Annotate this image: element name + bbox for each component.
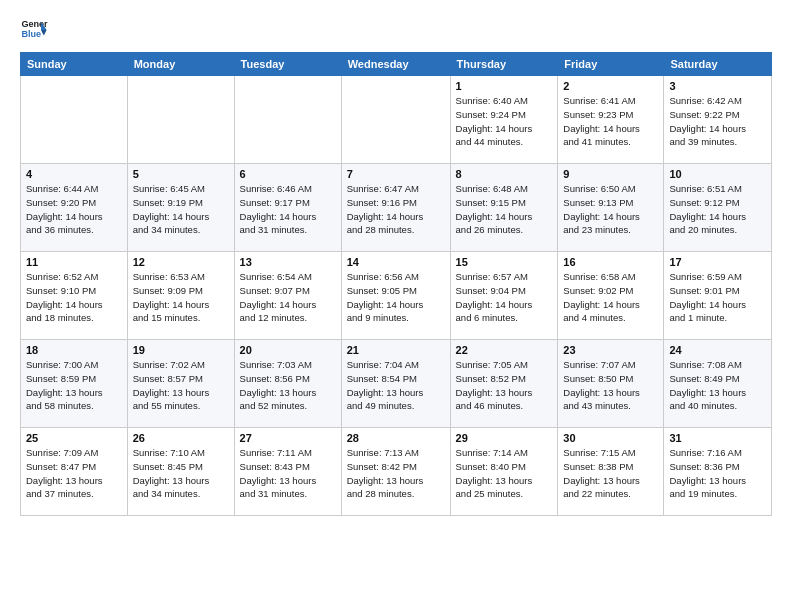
calendar-header-wednesday: Wednesday (341, 53, 450, 76)
calendar-day: 4Sunrise: 6:44 AM Sunset: 9:20 PM Daylig… (21, 164, 128, 252)
calendar-week-3: 11Sunrise: 6:52 AM Sunset: 9:10 PM Dayli… (21, 252, 772, 340)
day-info: Sunrise: 7:09 AM Sunset: 8:47 PM Dayligh… (26, 446, 122, 501)
calendar-day: 2Sunrise: 6:41 AM Sunset: 9:23 PM Daylig… (558, 76, 664, 164)
calendar-day (21, 76, 128, 164)
day-info: Sunrise: 6:41 AM Sunset: 9:23 PM Dayligh… (563, 94, 658, 149)
day-number: 14 (347, 256, 445, 268)
day-info: Sunrise: 6:50 AM Sunset: 9:13 PM Dayligh… (563, 182, 658, 237)
day-number: 11 (26, 256, 122, 268)
calendar-day: 10Sunrise: 6:51 AM Sunset: 9:12 PM Dayli… (664, 164, 772, 252)
calendar-header-thursday: Thursday (450, 53, 558, 76)
day-info: Sunrise: 6:59 AM Sunset: 9:01 PM Dayligh… (669, 270, 766, 325)
svg-text:Blue: Blue (21, 29, 41, 39)
calendar-day: 17Sunrise: 6:59 AM Sunset: 9:01 PM Dayli… (664, 252, 772, 340)
day-info: Sunrise: 7:16 AM Sunset: 8:36 PM Dayligh… (669, 446, 766, 501)
day-number: 30 (563, 432, 658, 444)
day-number: 28 (347, 432, 445, 444)
page: General Blue SundayMondayTuesdayWednesda… (0, 0, 792, 612)
calendar-day: 21Sunrise: 7:04 AM Sunset: 8:54 PM Dayli… (341, 340, 450, 428)
logo: General Blue (20, 16, 54, 44)
day-info: Sunrise: 6:54 AM Sunset: 9:07 PM Dayligh… (240, 270, 336, 325)
calendar-day: 31Sunrise: 7:16 AM Sunset: 8:36 PM Dayli… (664, 428, 772, 516)
calendar-day: 19Sunrise: 7:02 AM Sunset: 8:57 PM Dayli… (127, 340, 234, 428)
day-info: Sunrise: 6:46 AM Sunset: 9:17 PM Dayligh… (240, 182, 336, 237)
calendar-day: 18Sunrise: 7:00 AM Sunset: 8:59 PM Dayli… (21, 340, 128, 428)
day-number: 8 (456, 168, 553, 180)
day-number: 5 (133, 168, 229, 180)
day-info: Sunrise: 7:07 AM Sunset: 8:50 PM Dayligh… (563, 358, 658, 413)
header: General Blue (20, 16, 772, 44)
day-info: Sunrise: 6:57 AM Sunset: 9:04 PM Dayligh… (456, 270, 553, 325)
calendar-header-sunday: Sunday (21, 53, 128, 76)
day-info: Sunrise: 6:53 AM Sunset: 9:09 PM Dayligh… (133, 270, 229, 325)
day-info: Sunrise: 7:00 AM Sunset: 8:59 PM Dayligh… (26, 358, 122, 413)
calendar-day: 13Sunrise: 6:54 AM Sunset: 9:07 PM Dayli… (234, 252, 341, 340)
day-info: Sunrise: 7:13 AM Sunset: 8:42 PM Dayligh… (347, 446, 445, 501)
day-number: 23 (563, 344, 658, 356)
calendar-day: 7Sunrise: 6:47 AM Sunset: 9:16 PM Daylig… (341, 164, 450, 252)
day-info: Sunrise: 7:03 AM Sunset: 8:56 PM Dayligh… (240, 358, 336, 413)
calendar-day: 3Sunrise: 6:42 AM Sunset: 9:22 PM Daylig… (664, 76, 772, 164)
calendar-header-row: SundayMondayTuesdayWednesdayThursdayFrid… (21, 53, 772, 76)
calendar-header-monday: Monday (127, 53, 234, 76)
day-number: 16 (563, 256, 658, 268)
day-number: 24 (669, 344, 766, 356)
day-info: Sunrise: 6:47 AM Sunset: 9:16 PM Dayligh… (347, 182, 445, 237)
day-number: 13 (240, 256, 336, 268)
calendar-day: 22Sunrise: 7:05 AM Sunset: 8:52 PM Dayli… (450, 340, 558, 428)
calendar-day: 9Sunrise: 6:50 AM Sunset: 9:13 PM Daylig… (558, 164, 664, 252)
day-info: Sunrise: 6:48 AM Sunset: 9:15 PM Dayligh… (456, 182, 553, 237)
calendar-week-2: 4Sunrise: 6:44 AM Sunset: 9:20 PM Daylig… (21, 164, 772, 252)
day-number: 1 (456, 80, 553, 92)
day-number: 31 (669, 432, 766, 444)
svg-marker-3 (41, 30, 47, 36)
calendar-day (341, 76, 450, 164)
day-info: Sunrise: 7:15 AM Sunset: 8:38 PM Dayligh… (563, 446, 658, 501)
day-number: 17 (669, 256, 766, 268)
calendar-day: 29Sunrise: 7:14 AM Sunset: 8:40 PM Dayli… (450, 428, 558, 516)
calendar-day: 12Sunrise: 6:53 AM Sunset: 9:09 PM Dayli… (127, 252, 234, 340)
day-info: Sunrise: 6:52 AM Sunset: 9:10 PM Dayligh… (26, 270, 122, 325)
calendar-header-friday: Friday (558, 53, 664, 76)
day-info: Sunrise: 7:04 AM Sunset: 8:54 PM Dayligh… (347, 358, 445, 413)
day-number: 22 (456, 344, 553, 356)
calendar-day: 24Sunrise: 7:08 AM Sunset: 8:49 PM Dayli… (664, 340, 772, 428)
calendar-day: 26Sunrise: 7:10 AM Sunset: 8:45 PM Dayli… (127, 428, 234, 516)
calendar-day: 16Sunrise: 6:58 AM Sunset: 9:02 PM Dayli… (558, 252, 664, 340)
logo-icon: General Blue (20, 16, 48, 44)
calendar-week-1: 1Sunrise: 6:40 AM Sunset: 9:24 PM Daylig… (21, 76, 772, 164)
calendar-day: 23Sunrise: 7:07 AM Sunset: 8:50 PM Dayli… (558, 340, 664, 428)
calendar-day: 1Sunrise: 6:40 AM Sunset: 9:24 PM Daylig… (450, 76, 558, 164)
calendar-day: 5Sunrise: 6:45 AM Sunset: 9:19 PM Daylig… (127, 164, 234, 252)
calendar-day: 28Sunrise: 7:13 AM Sunset: 8:42 PM Dayli… (341, 428, 450, 516)
calendar-day: 15Sunrise: 6:57 AM Sunset: 9:04 PM Dayli… (450, 252, 558, 340)
day-info: Sunrise: 7:10 AM Sunset: 8:45 PM Dayligh… (133, 446, 229, 501)
day-number: 4 (26, 168, 122, 180)
day-info: Sunrise: 6:56 AM Sunset: 9:05 PM Dayligh… (347, 270, 445, 325)
calendar-day: 30Sunrise: 7:15 AM Sunset: 8:38 PM Dayli… (558, 428, 664, 516)
day-number: 27 (240, 432, 336, 444)
day-number: 6 (240, 168, 336, 180)
day-info: Sunrise: 7:08 AM Sunset: 8:49 PM Dayligh… (669, 358, 766, 413)
day-info: Sunrise: 6:40 AM Sunset: 9:24 PM Dayligh… (456, 94, 553, 149)
day-number: 20 (240, 344, 336, 356)
day-number: 29 (456, 432, 553, 444)
day-number: 21 (347, 344, 445, 356)
calendar-day: 20Sunrise: 7:03 AM Sunset: 8:56 PM Dayli… (234, 340, 341, 428)
day-number: 3 (669, 80, 766, 92)
day-number: 25 (26, 432, 122, 444)
calendar-week-5: 25Sunrise: 7:09 AM Sunset: 8:47 PM Dayli… (21, 428, 772, 516)
day-info: Sunrise: 7:05 AM Sunset: 8:52 PM Dayligh… (456, 358, 553, 413)
day-number: 12 (133, 256, 229, 268)
day-number: 9 (563, 168, 658, 180)
day-info: Sunrise: 6:58 AM Sunset: 9:02 PM Dayligh… (563, 270, 658, 325)
calendar-header-tuesday: Tuesday (234, 53, 341, 76)
calendar-week-4: 18Sunrise: 7:00 AM Sunset: 8:59 PM Dayli… (21, 340, 772, 428)
day-info: Sunrise: 6:44 AM Sunset: 9:20 PM Dayligh… (26, 182, 122, 237)
day-number: 2 (563, 80, 658, 92)
day-info: Sunrise: 7:02 AM Sunset: 8:57 PM Dayligh… (133, 358, 229, 413)
day-number: 19 (133, 344, 229, 356)
day-number: 26 (133, 432, 229, 444)
day-info: Sunrise: 6:42 AM Sunset: 9:22 PM Dayligh… (669, 94, 766, 149)
day-info: Sunrise: 7:14 AM Sunset: 8:40 PM Dayligh… (456, 446, 553, 501)
